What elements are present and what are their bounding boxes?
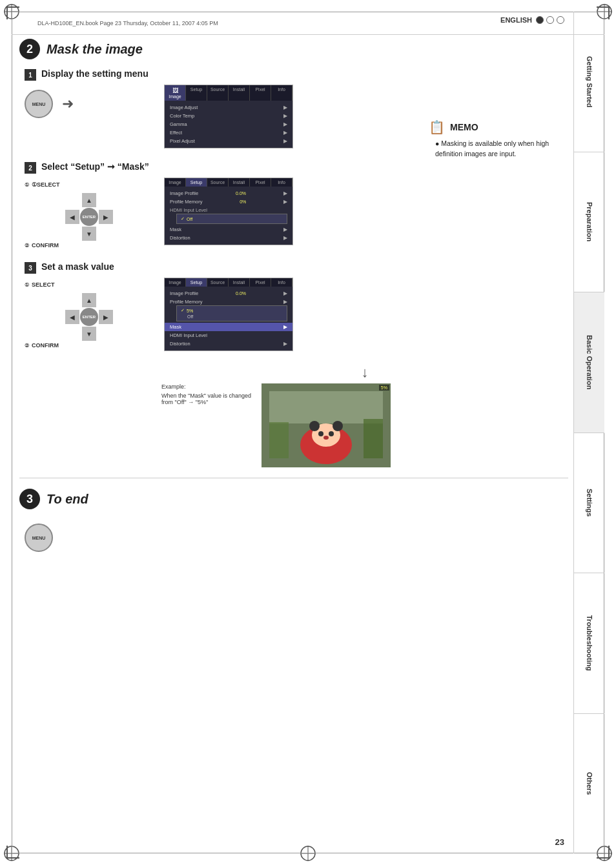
substep1-title: Display the setting menu [41, 68, 149, 79]
menu-tab-setup-1: Setup [186, 85, 207, 101]
menu-tabs-2: Image Setup Source Install Pixel Info [165, 178, 293, 187]
language-circles [536, 16, 564, 24]
substep3-left: ①SELECT ▲ ◀ ENTER ▶ [25, 278, 154, 349]
menu-tabs-1: 🖼 Image Setup Source Install Pixel Info [165, 85, 293, 101]
menu-item-pixel-adjust: Pixel Adjust▶ [165, 137, 293, 145]
menu-item-mask-2: Mask▶ [165, 225, 293, 234]
sidebar-settings: Settings [574, 433, 604, 574]
svg-point-22 [329, 431, 334, 436]
menu-items-3: Image Profile0.0%▶ Profile Memory▶ ✓5% [165, 287, 293, 351]
dpad-left-3[interactable]: ◀ [65, 310, 79, 324]
menu-tab-info-2: Info [271, 178, 293, 187]
menu-item-profile-memory-2: Profile Memory0%▶ [165, 198, 293, 206]
menu-tab-pixel-3: Pixel [250, 278, 271, 287]
substep2-num: 2 [25, 162, 36, 174]
menu-item-hdmi-level-3: HDMI Input Level [165, 331, 293, 340]
substep2-content: ①①SELECT ▲ ◀ ENTER ▶ [25, 178, 568, 249]
dropdown-off-3: Off [177, 314, 287, 320]
menu-tab-img-3: Image [165, 278, 186, 287]
substep1-right: 🖼 Image Setup Source Install Pixel Info … [164, 85, 568, 148]
step2-header: 2 Mask the image [19, 39, 568, 59]
photo-corner-label: 5% [379, 385, 389, 391]
down-arrow: ↓ [161, 364, 568, 381]
svg-point-19 [309, 421, 320, 431]
menu-tab-source-1: Source [207, 85, 229, 101]
menu-item-distortion-2: Distortion▶ [165, 234, 293, 242]
dropdown-off-2: ✓Off [177, 216, 287, 222]
menu-tab-info-1: Info [271, 85, 293, 101]
dpad-left-2[interactable]: ◀ [65, 210, 79, 224]
dpad-up-3[interactable]: ▲ [82, 293, 96, 307]
svg-point-21 [318, 431, 323, 436]
sidebar-preparation: Preparation [574, 152, 604, 293]
svg-rect-25 [364, 419, 383, 458]
circle-empty-2 [557, 16, 564, 24]
menu-tab-pixel-2: Pixel [250, 178, 271, 187]
example-section: ↓ Example: When the "Mask" value is chan… [161, 364, 568, 467]
step3-left: MENU [25, 518, 154, 552]
step3-content: MENU [25, 518, 568, 552]
dpad-down-2[interactable]: ▼ [82, 227, 96, 241]
select-label-2: ①①SELECT [25, 181, 154, 188]
menu-button-3[interactable]: MENU [25, 524, 53, 552]
menu-panel-2: Image Setup Source Install Pixel Info Im… [164, 178, 293, 245]
menu-tab-img-2: Image [165, 178, 186, 187]
dropdown-5pct: ✓5% [177, 307, 287, 314]
example-caption: When the "Mask" value is changed from "O… [161, 392, 251, 405]
photo-svg [262, 383, 391, 467]
dpad-right-3[interactable]: ▶ [99, 310, 113, 324]
menu-tab-install-1: Install [229, 85, 250, 101]
menu-tab-source-3: Source [207, 278, 229, 287]
substep2-right: Image Setup Source Install Pixel Info Im… [164, 178, 568, 245]
menu-item-distortion-3: Distortion▶ [165, 340, 293, 348]
menu-tab-source-2: Source [207, 178, 229, 187]
step3-title: To end [46, 492, 88, 507]
menu-tab-install-3: Install [229, 278, 250, 287]
arrow-right-1: ➜ [62, 96, 74, 112]
dpad-right-2[interactable]: ▶ [99, 210, 113, 224]
menu-tab-pixel-1: Pixel [250, 85, 271, 101]
section-divider [19, 478, 568, 478]
menu-tabs-3: Image Setup Source Install Pixel Info [165, 278, 293, 287]
right-sidebar: Getting Started Preparation Basic Operat… [573, 12, 604, 853]
sidebar-others: Others [574, 714, 604, 854]
substep1: 1 Display the setting menu [25, 68, 568, 81]
substep3-right: Image Setup Source Install Pixel Info Im… [164, 278, 568, 351]
menu-item-image-adjust: Image Adjust▶ [165, 103, 293, 112]
menu-tab-img-1: 🖼 Image [165, 85, 186, 101]
substep1-num: 1 [25, 69, 36, 81]
menu-item-hdmi-2: HDMI Input Level ✓Off [165, 206, 293, 225]
sidebar-getting-started: Getting Started [574, 12, 604, 152]
menu-panel-1: 🖼 Image Setup Source Install Pixel Info … [164, 85, 293, 148]
corner-bl [6, 846, 19, 859]
remote-area-1: MENU ➜ [25, 90, 154, 118]
step3-header: 3 To end [19, 489, 568, 509]
circle-empty-1 [546, 16, 554, 24]
substep1-content: MENU ➜ 🖼 Image Setup Source Install Pixe… [25, 85, 568, 148]
menu-tab-setup-2: Setup [186, 178, 207, 187]
dpad-3: ▲ ◀ ENTER ▶ ▼ [25, 293, 154, 341]
select-label-3: ①SELECT [25, 281, 154, 288]
substep3-content: ①SELECT ▲ ◀ ENTER ▶ [25, 278, 568, 351]
example-label: Example: [161, 383, 251, 390]
step2-title: Mask the image [46, 42, 143, 57]
step3-circle: 3 [19, 489, 40, 509]
menu-button-1[interactable]: MENU [25, 90, 53, 118]
menu-item-image-profile-2: Image Profile0.0%▶ [165, 189, 293, 198]
dpad-enter-3[interactable]: ENTER [80, 308, 98, 326]
menu-panel-3: Image Setup Source Install Pixel Info Im… [164, 278, 293, 351]
circle-filled [536, 16, 544, 24]
svg-rect-24 [269, 422, 289, 458]
menu-item-mask-3: Mask▶ [165, 323, 293, 331]
dpad-enter-2[interactable]: ENTER [80, 208, 98, 226]
dpad-2: ▲ ◀ ENTER ▶ ▼ [25, 193, 154, 241]
menu-items-2: Image Profile0.0%▶ Profile Memory0%▶ HDM… [165, 187, 293, 245]
substep2: 2 Select “Setup” ➞ “Mask” [25, 161, 568, 174]
svg-rect-16 [269, 391, 383, 423]
step2-circle: 2 [19, 39, 40, 59]
dpad-up-2[interactable]: ▲ [82, 193, 96, 207]
page-number: 23 [555, 837, 564, 847]
sidebar-troubleshooting: Troubleshooting [574, 573, 604, 714]
dpad-down-3[interactable]: ▼ [82, 327, 96, 341]
svg-point-23 [323, 436, 329, 440]
